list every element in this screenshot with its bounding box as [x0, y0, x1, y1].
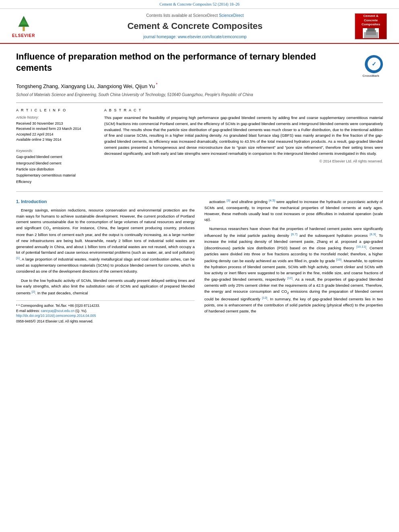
section1-title: 1. Introduction	[16, 198, 195, 205]
abstract-heading: A B S T R A C T	[104, 108, 383, 113]
page-header: ELSEVIER Contents lists available at Sci…	[0, 9, 399, 44]
footnote-section: * * Corresponding author. Tel./fax: +86 …	[16, 300, 195, 324]
keyword-4: Supplementary cementitious material	[16, 173, 95, 179]
elsevier-label: ELSEVIER	[12, 33, 35, 39]
header-left: ELSEVIER	[12, 14, 35, 39]
article-section: Influence of preparation method on the p…	[0, 44, 399, 185]
footnote-issn: 0958-9465/© 2014 Elsevier Ltd. All right…	[16, 319, 195, 324]
keyword-2: Interground blended cement	[16, 160, 95, 166]
received-date: Received 30 November 2013	[16, 121, 95, 127]
left-column: A R T I C L E I N F O Article history: R…	[16, 108, 95, 185]
header-center: Contents lists available at ScienceDirec…	[35, 13, 355, 40]
history-label: Article history:	[16, 115, 95, 120]
body-para-2: Due to the low hydraulic activity of SCM…	[16, 278, 195, 296]
body-two-col: 1. Introduction Energy savings, emission…	[16, 198, 383, 324]
keywords-label: Keywords:	[16, 148, 95, 154]
sciencedirect-link[interactable]: ScienceDirect	[219, 13, 244, 18]
keywords-section: Keywords: Gap-graded blended cement Inte…	[16, 148, 95, 185]
svg-rect-6	[367, 28, 375, 31]
keyword-3: Particle size distribution	[16, 166, 95, 173]
article-info-heading: A R T I C L E I N F O	[16, 108, 95, 113]
crossmark-container: ✓ CrossMark	[359, 53, 383, 78]
elsevier-tree-icon	[14, 14, 34, 32]
journal-bar-text: Cement & Concrete Composites 52 (2014) 1…	[160, 2, 240, 6]
copyright: © 2014 Elsevier Ltd. All rights reserved…	[104, 159, 383, 164]
body-para-right-1: activation [3] and ultrafine grinding [4…	[204, 198, 383, 223]
journal-logo-image	[363, 28, 379, 38]
body-section: 1. Introduction Energy savings, emission…	[0, 198, 399, 324]
article-title-row: Influence of preparation method on the p…	[16, 51, 383, 78]
crossmark-icon: ✓	[368, 58, 380, 70]
sciencedirect-line: Contents lists available at ScienceDirec…	[35, 13, 355, 18]
authors: Tongsheng Zhang, Xiangyang Liu, Jiangxio…	[16, 82, 383, 90]
crossmark-label: CrossMark	[362, 74, 379, 78]
revised-date: Received in revised form 23 March 2014	[16, 126, 95, 132]
accepted-date: Accepted 22 April 2014	[16, 132, 95, 138]
article-title-text: Influence of preparation method on the p…	[16, 51, 353, 74]
body-col-right: activation [3] and ultrafine grinding [4…	[204, 198, 383, 324]
body-para-1: Energy savings, emission reductions, res…	[16, 207, 195, 275]
journal-title: Cement & Concrete Composites	[35, 20, 355, 33]
svg-rect-0	[23, 27, 25, 31]
abstract-text: This paper examined the feasibility of p…	[104, 115, 383, 156]
section-divider	[16, 191, 383, 192]
footnote-corresponding: * * Corresponding author. Tel./fax: +86 …	[16, 303, 195, 308]
body-para-right-2: Numerous researchers have shown that the…	[204, 226, 383, 314]
body-col-left: 1. Introduction Energy savings, emission…	[16, 198, 195, 324]
footnote-email-person: (Q. Yu).	[76, 309, 87, 313]
keyword-1: Gap-graded blended cement	[16, 154, 95, 160]
journal-bar: Cement & Concrete Composites 52 (2014) 1…	[0, 0, 399, 9]
homepage-url[interactable]: www.elsevier.com/locate/cemconcomp	[178, 35, 247, 39]
elsevier-logo: ELSEVIER	[12, 14, 35, 39]
keyword-5: Efficiency	[16, 179, 95, 185]
footnote-email-link[interactable]: cancyuq@scut.edu.cn	[41, 309, 74, 313]
journal-logo-box: Cement &ConcreteComposites	[355, 13, 387, 39]
footnote-doi[interactable]: http://dx.doi.org/10.1016/j.cemconcomp.2…	[16, 313, 195, 318]
journal-logo-text: Cement &ConcreteComposites	[362, 14, 380, 27]
available-date: Available online 2 May 2014	[16, 137, 95, 143]
journal-homepage: journal homepage: www.elsevier.com/locat…	[35, 34, 355, 40]
crossmark-badge: ✓	[365, 55, 383, 73]
right-column: A B S T R A C T This paper examined the …	[104, 108, 383, 185]
affiliation: School of Materials Science and Engineer…	[16, 92, 383, 98]
article-history: Article history: Received 30 November 20…	[16, 115, 95, 143]
footnote-email-line: E-mail address: cancyuq@scut.edu.cn (Q. …	[16, 308, 195, 314]
info-abstract-section: A R T I C L E I N F O Article history: R…	[16, 103, 383, 185]
